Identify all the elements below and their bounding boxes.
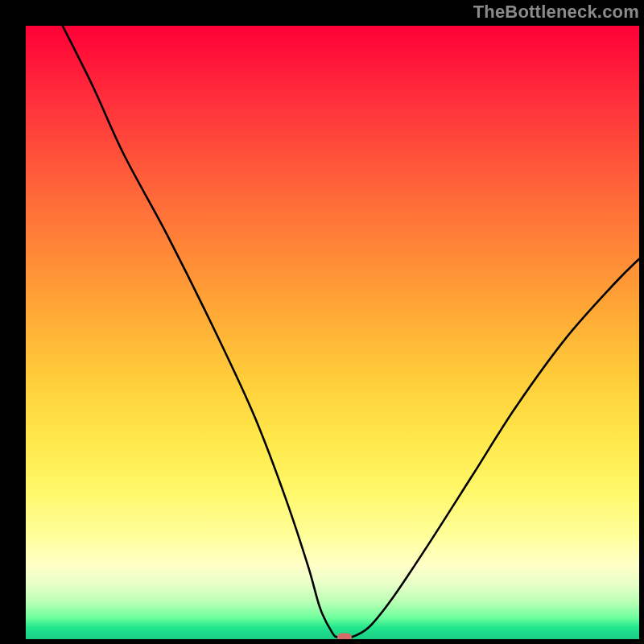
plot-area <box>26 26 639 639</box>
chart-frame: TheBottleneck.com <box>0 0 644 644</box>
optimal-marker <box>337 633 352 639</box>
bottleneck-curve <box>26 26 639 639</box>
watermark-text: TheBottleneck.com <box>473 2 639 23</box>
